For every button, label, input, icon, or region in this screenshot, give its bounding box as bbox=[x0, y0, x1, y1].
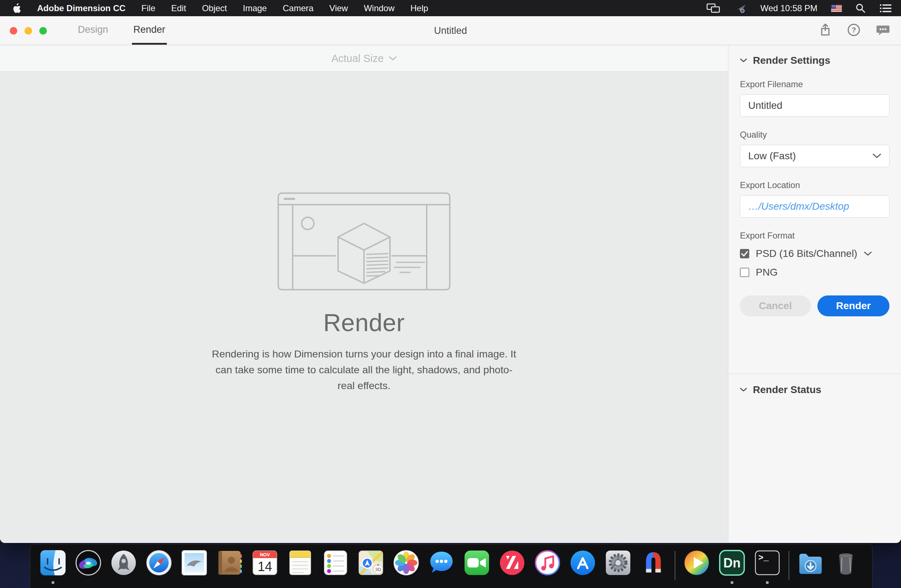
quality-dropdown[interactable]: Low (Fast) bbox=[740, 145, 890, 167]
running-indicator bbox=[766, 581, 769, 584]
dock-icon-photos[interactable] bbox=[392, 549, 420, 586]
menu-camera[interactable]: Camera bbox=[282, 3, 313, 13]
right-panel: Render Settings Export Filename Quality … bbox=[728, 45, 901, 543]
dock-icon-messages[interactable] bbox=[427, 549, 455, 586]
dock-icon-trash[interactable] bbox=[832, 549, 860, 586]
menu-view[interactable]: View bbox=[329, 3, 348, 13]
document-title: Untitled bbox=[434, 25, 467, 36]
dock-divider bbox=[675, 551, 675, 580]
format-png-row: PNG bbox=[740, 267, 890, 278]
empty-state-heading: Render bbox=[323, 308, 405, 336]
render-button[interactable]: Render bbox=[817, 296, 890, 316]
mode-tabs: Design Render bbox=[76, 16, 167, 45]
dock-icon-notes[interactable] bbox=[286, 549, 314, 586]
dock-divider bbox=[789, 551, 789, 580]
dock-icon-system-preferences[interactable] bbox=[604, 549, 632, 586]
notification-center-icon[interactable] bbox=[879, 4, 892, 13]
render-empty-state: Render Rendering is how Dimension turns … bbox=[0, 72, 728, 543]
dock-icon-calendar[interactable]: NOV 14 bbox=[251, 549, 279, 586]
dock-icon-finder[interactable] bbox=[39, 549, 67, 586]
export-filename-input[interactable] bbox=[740, 94, 890, 117]
menu-window[interactable]: Window bbox=[364, 3, 394, 13]
cancel-button[interactable]: Cancel bbox=[740, 296, 811, 316]
dock-icon-safari[interactable] bbox=[145, 549, 173, 586]
png-label: PNG bbox=[756, 267, 778, 278]
zoom-window-button[interactable] bbox=[39, 27, 47, 34]
desktop-screen: Adobe Dimension CC File Edit Object Imag… bbox=[0, 0, 901, 588]
paper-plane-icon[interactable] bbox=[734, 3, 747, 14]
share-icon[interactable] bbox=[819, 23, 832, 38]
menu-bar: Adobe Dimension CC File Edit Object Imag… bbox=[0, 0, 901, 16]
menu-help[interactable]: Help bbox=[410, 3, 428, 13]
chevron-down-icon bbox=[740, 58, 747, 63]
empty-state-description: Rendering is how Dimension turns your de… bbox=[209, 346, 519, 394]
tab-design[interactable]: Design bbox=[76, 16, 109, 45]
dock-icon-siri[interactable] bbox=[74, 549, 102, 586]
dock-icon-app-store[interactable] bbox=[569, 549, 597, 586]
psd-checkbox[interactable] bbox=[740, 249, 749, 258]
running-indicator bbox=[731, 581, 733, 584]
app-window: Design Render Untitled bbox=[0, 16, 901, 543]
chevron-down-icon bbox=[740, 388, 747, 392]
help-icon[interactable]: ? bbox=[847, 23, 860, 38]
spotlight-search-icon[interactable] bbox=[856, 3, 866, 13]
render-settings-section: Render Settings Export Filename Quality … bbox=[728, 45, 901, 373]
svg-text:Dn: Dn bbox=[723, 555, 740, 570]
export-format-label: Export Format bbox=[740, 230, 890, 241]
input-language-flag-icon[interactable] bbox=[831, 5, 842, 12]
dock-icon-terminal[interactable]: >_ bbox=[753, 549, 781, 586]
export-location-field[interactable]: …/Users/dmx/Desktop bbox=[740, 195, 890, 218]
dock-icon-maps[interactable]: 3D bbox=[357, 549, 385, 586]
menu-file[interactable]: File bbox=[141, 3, 155, 13]
dock-icon-media-player[interactable] bbox=[683, 549, 711, 586]
window-controls bbox=[10, 27, 47, 34]
dock-icon-adobe-dimension[interactable]: Dn bbox=[718, 549, 746, 586]
png-checkbox[interactable] bbox=[740, 268, 749, 277]
dock-icon-launchpad[interactable] bbox=[109, 549, 138, 586]
render-canvas-area: Actual Size bbox=[0, 45, 728, 543]
render-illustration bbox=[277, 192, 450, 290]
dock-icon-downloads[interactable] bbox=[797, 549, 825, 586]
svg-text:14: 14 bbox=[258, 559, 272, 574]
running-indicator bbox=[51, 581, 55, 584]
menubar-app-name[interactable]: Adobe Dimension CC bbox=[37, 3, 125, 13]
canvas-toolbar: Actual Size bbox=[0, 45, 728, 72]
dock-icon-reminders[interactable] bbox=[321, 549, 349, 586]
svg-text:3D: 3D bbox=[375, 567, 381, 572]
render-settings-header[interactable]: Render Settings bbox=[740, 55, 890, 66]
menu-object[interactable]: Object bbox=[202, 3, 227, 13]
tab-render[interactable]: Render bbox=[132, 16, 167, 45]
dock: NOV 14 bbox=[30, 544, 873, 588]
export-filename-label: Export Filename bbox=[740, 79, 890, 89]
chevron-down-icon bbox=[873, 154, 881, 159]
dock-icon-itunes[interactable] bbox=[533, 549, 561, 586]
export-location-label: Export Location bbox=[740, 180, 890, 190]
svg-text:?: ? bbox=[852, 26, 856, 34]
menubar-clock[interactable]: Wed 10:58 PM bbox=[761, 3, 817, 13]
dock-icon-news[interactable] bbox=[498, 549, 526, 586]
dock-icon-facetime[interactable] bbox=[463, 549, 491, 586]
psd-label: PSD (16 Bits/Channel) bbox=[756, 248, 857, 260]
apple-menu-icon[interactable] bbox=[11, 3, 21, 14]
render-status-section: Render Status bbox=[728, 374, 901, 406]
menu-image[interactable]: Image bbox=[243, 3, 267, 13]
displays-icon[interactable] bbox=[706, 3, 721, 14]
chevron-down-icon[interactable] bbox=[864, 252, 872, 256]
svg-text:NOV: NOV bbox=[260, 552, 270, 557]
zoom-level-dropdown[interactable]: Actual Size bbox=[331, 53, 396, 64]
render-status-header[interactable]: Render Status bbox=[740, 384, 890, 396]
menu-edit[interactable]: Edit bbox=[171, 3, 186, 13]
minimize-window-button[interactable] bbox=[25, 27, 32, 34]
title-bar: Design Render Untitled bbox=[0, 16, 901, 45]
close-window-button[interactable] bbox=[10, 27, 17, 34]
dock-icon-contacts[interactable] bbox=[215, 549, 244, 586]
dock-icon-magnet[interactable] bbox=[639, 549, 667, 586]
dock-icon-mail[interactable] bbox=[180, 549, 208, 586]
quality-label: Quality bbox=[740, 130, 890, 140]
svg-text:>_: >_ bbox=[758, 553, 769, 563]
feedback-chat-icon[interactable] bbox=[876, 23, 890, 38]
chevron-down-icon bbox=[389, 56, 397, 61]
format-psd-row: PSD (16 Bits/Channel) bbox=[740, 248, 890, 260]
